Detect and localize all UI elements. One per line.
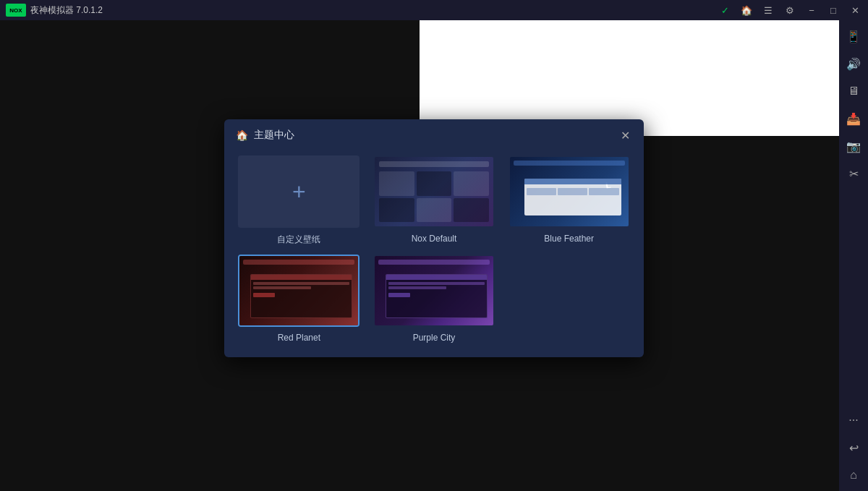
theme-label-blue-feather: Blue Feather: [544, 234, 594, 244]
white-content-area: [420, 20, 839, 136]
more-sidebar-button[interactable]: ···: [841, 407, 867, 433]
screenshot-sidebar-button[interactable]: 📷: [841, 133, 867, 159]
home-titlebar-icon[interactable]: 🏠: [736, 0, 757, 20]
theme-preview-red-planet[interactable]: [238, 255, 359, 327]
volume-sidebar-button[interactable]: 🔊: [841, 51, 867, 77]
theme-item-custom[interactable]: + 自定义壁纸: [236, 155, 362, 246]
theme-label-nox-default: Nox Default: [412, 234, 457, 244]
theme-item-red-planet[interactable]: Red Planet: [236, 255, 362, 343]
theme-label-red-planet: Red Planet: [278, 333, 320, 343]
notification-icon[interactable]: ✓: [715, 0, 735, 20]
app-title: 夜神模拟器 7.0.1.2: [30, 4, 103, 17]
theme-preview-blue-feather[interactable]: [509, 155, 630, 228]
screen-sidebar-button[interactable]: 🖥: [841, 78, 867, 104]
dialog-header: 🏠 主题中心 ✕: [224, 119, 644, 150]
nox-logo-icon: NOX: [6, 4, 26, 17]
dialog-close-button[interactable]: ✕: [618, 128, 632, 142]
theme-label-purple-city: Purple City: [413, 333, 456, 343]
theme-preview-nox-default[interactable]: [373, 155, 495, 228]
titlebar: NOX 夜神模拟器 7.0.1.2 ✓ 🏠 ☰ ⚙ − □ ✕: [0, 0, 868, 20]
theme-center-dialog: 🏠 主题中心 ✕ + 自定义壁纸: [224, 119, 644, 357]
app-logo: NOX 夜神模拟器 7.0.1.2: [0, 4, 109, 17]
plus-icon: +: [292, 180, 306, 203]
dialog-body: + 自定义壁纸 Nox Default: [224, 150, 644, 357]
right-sidebar: 📱 🔊 🖥 📥 📷 ✂ ··· ↩ ⌂: [839, 20, 868, 491]
minimize-button[interactable]: −: [801, 0, 822, 20]
theme-item-nox-default[interactable]: Nox Default: [371, 155, 498, 246]
theme-item-purple-city[interactable]: Purple City: [371, 255, 498, 343]
window-controls: ✓ 🏠 ☰ ⚙ − □ ✕: [715, 0, 868, 20]
theme-item-blue-feather[interactable]: Blue Feather: [506, 155, 632, 246]
home-sidebar-button[interactable]: ⌂: [841, 462, 867, 488]
scissors-sidebar-button[interactable]: ✂: [841, 161, 867, 187]
phone-sidebar-button[interactable]: 📱: [841, 23, 867, 49]
close-button[interactable]: ✕: [845, 0, 865, 20]
theme-preview-purple-city[interactable]: [373, 255, 495, 327]
dialog-title: 主题中心: [254, 129, 294, 142]
theme-preview-custom[interactable]: +: [238, 155, 359, 228]
import-sidebar-button[interactable]: 📥: [841, 106, 867, 132]
dialog-header-icon: 🏠: [236, 129, 248, 141]
menu-icon[interactable]: ☰: [758, 0, 778, 20]
back-sidebar-button[interactable]: ↩: [841, 435, 867, 461]
maximize-button[interactable]: □: [823, 0, 843, 20]
settings-icon[interactable]: ⚙: [780, 0, 800, 20]
theme-label-custom: 自定义壁纸: [277, 234, 320, 246]
